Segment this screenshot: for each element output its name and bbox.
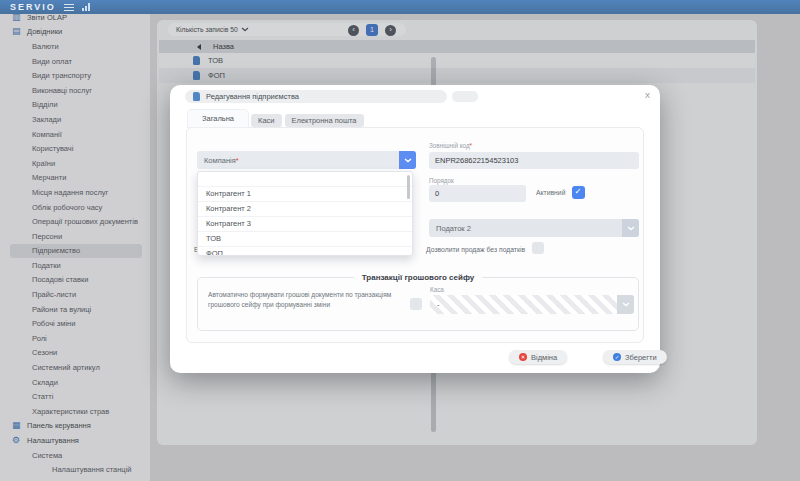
modal-title-pill: Редагування підприємства xyxy=(185,90,447,103)
save-check-icon xyxy=(613,353,621,361)
document-icon xyxy=(193,92,200,101)
company-option[interactable] xyxy=(198,172,412,187)
save-button[interactable]: Зберегти xyxy=(603,350,667,364)
tab-inactive[interactable]: Каси xyxy=(251,114,281,127)
company-select-label: Компанія xyxy=(204,156,236,165)
general-tab-panel: Компанія* Контрагент 1Контрагент 2Контра… xyxy=(186,127,644,343)
modal-title: Редагування підприємства xyxy=(206,92,299,101)
stats-icon[interactable] xyxy=(82,3,90,11)
company-option[interactable]: Контрагент 1 xyxy=(198,187,412,202)
chevron-down-icon[interactable] xyxy=(399,151,416,169)
order-input[interactable] xyxy=(429,185,526,202)
modal-tabs: ЗагальнаКасиЕлектронна пошта xyxy=(188,110,364,127)
cash-register-label: Каса xyxy=(430,286,444,293)
safe-section-title: Транзакції грошового сейфу xyxy=(354,273,483,282)
company-select[interactable]: Компанія* xyxy=(197,151,416,169)
active-checkbox[interactable] xyxy=(572,186,585,199)
order-label: Порядок xyxy=(429,177,454,184)
close-button[interactable]: X xyxy=(645,91,650,100)
tax-select-value: Податок 2 xyxy=(436,224,471,233)
app-logo: SERVIO xyxy=(10,2,56,12)
cash-register-value: - xyxy=(437,300,440,309)
allow-sale-checkbox[interactable] xyxy=(532,242,544,254)
dropdown-scrollbar-thumb[interactable] xyxy=(407,175,410,199)
modal-title-extra-pill xyxy=(452,91,478,102)
cancel-x-icon xyxy=(519,353,527,361)
company-option[interactable]: ТОВ xyxy=(198,232,412,247)
required-mark: * xyxy=(236,156,239,165)
save-button-label: Зберегти xyxy=(625,353,657,362)
company-option[interactable]: Контрагент 2 xyxy=(198,202,412,217)
active-label: Активний xyxy=(536,189,565,196)
hamburger-menu-icon[interactable] xyxy=(64,4,74,11)
company-option[interactable]: Контрагент 3 xyxy=(198,217,412,232)
safe-transactions-section: Транзакції грошового сейфу Автоматично ф… xyxy=(197,273,639,331)
allow-sale-label: Дозволити продаж без податків xyxy=(426,246,525,253)
tax-select[interactable]: Податок 2 xyxy=(429,219,639,237)
cancel-button-label: Відміна xyxy=(531,353,557,362)
company-options: Контрагент 1Контрагент 2Контрагент 3ТОВФ… xyxy=(198,172,412,256)
company-options-list: Контрагент 1Контрагент 2Контрагент 3ТОВФ… xyxy=(197,171,413,256)
edit-enterprise-modal: Редагування підприємства X ЗагальнаКасиЕ… xyxy=(170,85,660,373)
external-code-label: Зовнішній код* xyxy=(429,142,472,149)
tab-active[interactable]: Загальна xyxy=(188,110,248,127)
auto-generate-label: Автоматично формувати грошові документи … xyxy=(208,290,410,310)
chevron-down-icon[interactable] xyxy=(622,219,639,237)
cancel-button[interactable]: Відміна xyxy=(509,350,567,364)
external-code-input[interactable] xyxy=(429,152,639,169)
company-option[interactable]: ФОП xyxy=(198,247,412,256)
auto-generate-checkbox[interactable] xyxy=(410,298,422,310)
chevron-down-icon xyxy=(617,295,634,314)
cash-register-select-disabled: - xyxy=(430,295,634,314)
tab-inactive[interactable]: Електронна пошта xyxy=(285,114,364,127)
top-bar: SERVIO xyxy=(0,0,800,14)
